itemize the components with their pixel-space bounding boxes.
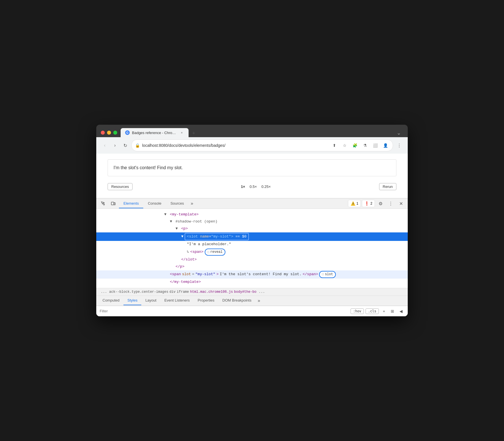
more-button[interactable]: ⋮ bbox=[395, 141, 403, 149]
expand-shadow-root[interactable]: ▼ bbox=[170, 219, 173, 225]
security-icon: 🔒 bbox=[135, 143, 140, 148]
title-bar: G Badges reference - Chrome De × + ⌄ bbox=[96, 125, 408, 137]
filter-input[interactable] bbox=[100, 309, 348, 313]
hov-button[interactable]: :hov bbox=[351, 308, 364, 314]
svg-rect-1 bbox=[114, 203, 115, 205]
minimize-button[interactable] bbox=[107, 131, 111, 135]
slot-badge-label: slot bbox=[325, 272, 333, 277]
bottom-tab-overflow[interactable]: » bbox=[255, 296, 262, 306]
tab-properties[interactable]: Properties bbox=[194, 296, 218, 305]
error-count: 2 bbox=[370, 202, 372, 205]
devtools-tabs: Elements Console Sources » bbox=[119, 199, 347, 208]
share-icon[interactable]: ⬆ bbox=[330, 141, 338, 149]
browser-window: G Badges reference - Chrome De × + ⌄ ‹ ›… bbox=[96, 125, 408, 316]
resources-button[interactable]: Resources bbox=[108, 183, 133, 190]
slot-close-line: </slot> bbox=[96, 256, 408, 263]
breadcrumb-block[interactable]: ack--block.type.center-images bbox=[109, 290, 168, 294]
address-actions: ⬆ ☆ 🧩 ⚗ ⬜ 👤 bbox=[330, 141, 389, 149]
p-open-line[interactable]: ▼ <p> bbox=[96, 225, 408, 232]
window-icon[interactable]: ⬜ bbox=[371, 141, 379, 149]
tab-overflow[interactable]: » bbox=[189, 199, 196, 208]
span-reveal-line[interactable]: ↳ <span> ⬚ reveal bbox=[96, 248, 408, 256]
devtools-actions: ⚠️ 1 ❗ 2 ⚙ ⋮ ✕ bbox=[348, 199, 405, 208]
multiplier-1x[interactable]: 1× bbox=[241, 185, 245, 189]
my-template-close: </my-template> bbox=[96, 279, 408, 286]
tab-dom-breakpoints[interactable]: DOM Breakpoints bbox=[218, 296, 255, 305]
slot-badge-icon: ⬚ bbox=[322, 272, 324, 277]
breadcrumb-div[interactable]: div bbox=[169, 290, 176, 294]
arrow-icon[interactable]: ◀ bbox=[398, 308, 404, 315]
tab-bar: G Badges reference - Chrome De × + ⌄ bbox=[121, 128, 403, 137]
breadcrumb-iframe[interactable]: iframe bbox=[177, 290, 189, 294]
breadcrumb-html[interactable]: html.mac.chrome106.js bbox=[190, 290, 233, 294]
multiplier-05x[interactable]: 0.5× bbox=[249, 185, 257, 189]
breadcrumb-bar: ... ack--block.type.center-images div if… bbox=[96, 288, 408, 296]
extensions-icon[interactable]: 🧩 bbox=[351, 141, 359, 149]
warning-icon: ⚠️ bbox=[351, 201, 355, 206]
warning-badge[interactable]: ⚠️ 1 bbox=[348, 200, 361, 207]
span-slot-line[interactable]: <span slot="my-slot"> I'm the slot's con… bbox=[96, 270, 408, 279]
tab-favicon: G bbox=[125, 130, 130, 135]
breadcrumb-body[interactable]: body#the-bo bbox=[234, 290, 257, 294]
error-icon: ❗ bbox=[364, 201, 369, 206]
demo-controls: Resources 1× 0.5× 0.25× Rerun bbox=[108, 181, 396, 192]
url-text: localhost:8080/docs/devtools/elements/ba… bbox=[142, 143, 328, 148]
new-tab-button[interactable]: + bbox=[190, 129, 198, 137]
close-devtools-icon[interactable]: ✕ bbox=[396, 199, 405, 208]
p-close-line: </p> bbox=[96, 263, 408, 270]
tab-title: Badges reference - Chrome De bbox=[132, 131, 177, 135]
plus-icon[interactable]: + bbox=[381, 308, 387, 315]
breadcrumb-end-ellipsis: ... bbox=[259, 290, 265, 294]
error-badge[interactable]: ❗ 2 bbox=[362, 200, 375, 207]
traffic-lights bbox=[101, 131, 117, 135]
filter-actions: :hov .cls + ⊞ ◀ bbox=[351, 308, 404, 315]
tab-close-button[interactable]: × bbox=[180, 130, 184, 135]
tab-layout[interactable]: Layout bbox=[141, 296, 160, 305]
toggle-icon[interactable]: ⊞ bbox=[389, 308, 396, 315]
tab-computed[interactable]: Computed bbox=[99, 296, 123, 305]
tab-sources[interactable]: Sources bbox=[166, 199, 189, 208]
page-content: I'm the slot's content! Find my slot. Re… bbox=[96, 154, 408, 198]
inspect-icon[interactable] bbox=[99, 198, 108, 209]
forward-button[interactable]: › bbox=[111, 141, 119, 149]
tab-event-listeners[interactable]: Event Listeners bbox=[160, 296, 194, 305]
rerun-button[interactable]: Rerun bbox=[379, 183, 396, 190]
bottom-panel-tabs: Computed Styles Layout Event Listeners P… bbox=[96, 296, 408, 306]
slot-selected-line[interactable]: ▼ <slot name="my-slot"> == $0 bbox=[96, 232, 408, 241]
nav-bar: ‹ › ↻ 🔒 localhost:8080/docs/devtools/ele… bbox=[96, 137, 408, 154]
tab-console[interactable]: Console bbox=[143, 199, 166, 208]
bookmark-icon[interactable]: ☆ bbox=[341, 141, 349, 149]
more-options-icon[interactable]: ⋮ bbox=[386, 199, 395, 208]
reveal-badge[interactable]: ⬚ reveal bbox=[205, 249, 225, 256]
tab-elements[interactable]: Elements bbox=[119, 199, 143, 208]
shadow-root-line[interactable]: ▼ #shadow-root (open) bbox=[96, 218, 408, 225]
active-tab[interactable]: G Badges reference - Chrome De × bbox=[121, 128, 189, 137]
close-button[interactable] bbox=[101, 131, 105, 135]
reveal-badge-icon: ⬚ bbox=[208, 250, 209, 255]
expand-p[interactable]: ▼ bbox=[176, 226, 179, 232]
slot-tag-highlight: <slot name="my-slot"> == $0 bbox=[185, 233, 249, 241]
labs-icon[interactable]: ⚗ bbox=[361, 141, 369, 149]
profile-icon[interactable]: 👤 bbox=[381, 141, 389, 149]
address-bar[interactable]: 🔒 localhost:8080/docs/devtools/elements/… bbox=[131, 139, 393, 151]
tab-styles[interactable]: Styles bbox=[123, 296, 141, 305]
breadcrumb-start-ellipsis: ... bbox=[101, 290, 107, 294]
my-template-open[interactable]: ▼ <my-template> bbox=[96, 211, 408, 218]
elements-panel: ▼ <my-template> ▼ #shadow-root (open) ▼ … bbox=[96, 209, 408, 288]
device-icon[interactable] bbox=[109, 198, 118, 209]
cls-button[interactable]: .cls bbox=[366, 308, 379, 314]
slot-badge[interactable]: ⬚ slot bbox=[319, 271, 336, 278]
slot-content-text: I'm the slot's content! Find my slot. bbox=[114, 165, 183, 170]
tab-overflow-button[interactable]: ⌄ bbox=[394, 129, 403, 137]
maximize-button[interactable] bbox=[113, 131, 117, 135]
reveal-badge-label: reveal bbox=[210, 249, 223, 255]
placeholder-text-line: "I'm a placeholder." bbox=[96, 241, 408, 248]
expand-my-template[interactable]: ▼ bbox=[164, 212, 168, 218]
expand-slot-arrow[interactable]: ▼ bbox=[181, 234, 183, 240]
multiplier-025x[interactable]: 0.25× bbox=[261, 185, 271, 189]
refresh-button[interactable]: ↻ bbox=[121, 141, 129, 149]
settings-icon[interactable]: ⚙ bbox=[376, 199, 385, 208]
warning-count: 1 bbox=[356, 202, 358, 205]
devtools: Elements Console Sources » ⚠️ 1 ❗ 2 bbox=[96, 198, 408, 316]
back-button[interactable]: ‹ bbox=[101, 141, 109, 149]
